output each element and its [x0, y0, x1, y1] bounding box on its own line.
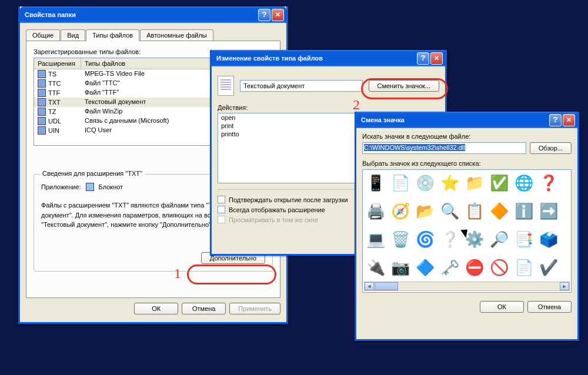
- window-title: Свойства папки: [25, 11, 257, 18]
- icon-item[interactable]: 🌐: [514, 173, 533, 192]
- scroll-right-button[interactable]: ►: [560, 282, 569, 290]
- icon-item[interactable]: 📑: [514, 230, 533, 249]
- search-in-file-label: Искать значки в следующем файле:: [362, 133, 572, 140]
- application-name: Блокнот: [99, 183, 123, 190]
- filetype-icon: [38, 89, 46, 97]
- tab-strip: Общие Вид Типы файлов Автономные файлы: [26, 29, 280, 41]
- checkbox-icon: [218, 216, 225, 223]
- browse-button[interactable]: Обзор...: [530, 142, 572, 154]
- icon-item[interactable]: 🗝️: [440, 258, 459, 277]
- details-legend: Сведения для расширения "TXT": [40, 170, 145, 177]
- filetype-icon: [38, 79, 46, 88]
- checkbox-label: Всегда отображать расширение: [229, 206, 325, 213]
- icon-item[interactable]: 📷: [391, 258, 410, 277]
- icon-item[interactable]: ➡️: [539, 202, 558, 220]
- icon-item[interactable]: 📁: [465, 173, 484, 192]
- checkbox-label: Просматривать в том же окне: [229, 216, 318, 223]
- ext-cell: TZ: [48, 108, 56, 115]
- window-title: Смена значка: [361, 116, 548, 123]
- horizontal-scrollbar[interactable]: ◄ ►: [364, 282, 570, 291]
- icon-item[interactable]: 📋: [465, 202, 484, 220]
- icon-item[interactable]: ⭐: [440, 173, 459, 192]
- cancel-button[interactable]: Отмена: [182, 303, 226, 314]
- tab-offline[interactable]: Автономные файлы: [140, 29, 213, 41]
- filetype-icon: [218, 76, 234, 96]
- col-ext[interactable]: Расширения: [34, 58, 81, 69]
- tab-view[interactable]: Вид: [61, 29, 85, 41]
- ext-cell: TS: [48, 71, 56, 78]
- icon-item[interactable]: 🔷: [416, 258, 435, 277]
- change-icon-button[interactable]: Сменить значок...: [369, 80, 440, 92]
- icon-item[interactable]: 🧭: [391, 202, 410, 220]
- type-name-input[interactable]: [240, 80, 363, 92]
- checkbox-icon: [218, 196, 225, 203]
- icon-item[interactable]: 🔍: [440, 202, 459, 220]
- scroll-thumb[interactable]: [375, 282, 398, 290]
- ext-cell: UIN: [48, 127, 59, 134]
- ext-cell: TTF: [48, 89, 60, 96]
- filetype-icon: [38, 108, 46, 116]
- icon-item[interactable]: 🗳️: [539, 230, 558, 249]
- icon-list[interactable]: 📱📄💿⭐📁✅🌐❓🖨️🧭📂🔍📋🔶ℹ️➡️💻🗑️🌀❔⚙️🔎📑🗳️🔌📷🔷🗝️⛔🚫📄✔️…: [362, 169, 572, 293]
- close-button[interactable]: ×: [430, 52, 443, 65]
- tab-general[interactable]: Общие: [26, 29, 60, 41]
- scroll-left-button[interactable]: ◄: [365, 282, 374, 290]
- tab-filetypes[interactable]: Типы файлов: [86, 29, 139, 41]
- scroll-track[interactable]: [399, 282, 560, 290]
- filetype-icon: [38, 126, 46, 135]
- icon-item[interactable]: ❔: [440, 230, 459, 249]
- filetype-icon: [38, 70, 46, 78]
- change-icon-window: Смена значка ? × Искать значки в следующ…: [355, 112, 579, 341]
- close-button[interactable]: ×: [563, 114, 575, 126]
- ok-button[interactable]: ОК: [134, 303, 178, 314]
- icon-item[interactable]: ℹ️: [514, 202, 533, 220]
- help-button[interactable]: ?: [258, 9, 270, 21]
- ext-cell: UDL: [48, 118, 61, 125]
- icon-path-value: C:\WINDOWS\system32\shell32.dll: [364, 144, 465, 151]
- icon-item[interactable]: 🗑️: [391, 230, 410, 249]
- apply-button: Применить: [229, 303, 280, 314]
- actions-label: Действия:: [218, 104, 439, 111]
- application-label: Приложение:: [41, 183, 81, 190]
- icon-item[interactable]: 🔶: [490, 202, 509, 220]
- titlebar[interactable]: Смена значка ? ×: [356, 112, 577, 128]
- help-button[interactable]: ?: [417, 52, 429, 65]
- ok-button[interactable]: ОК: [480, 301, 524, 313]
- icon-item[interactable]: 📄: [391, 173, 410, 192]
- icon-item[interactable]: ⛔: [465, 258, 484, 277]
- titlebar[interactable]: Свойства папки ? ×: [20, 6, 286, 23]
- filetype-icon: [38, 117, 46, 125]
- notepad-icon: [86, 183, 94, 191]
- icon-item[interactable]: 🚫: [490, 258, 509, 277]
- checkbox-label: Подтверждать открытие после загрузки: [229, 196, 348, 203]
- cancel-button[interactable]: Отмена: [527, 301, 572, 313]
- window-title: Изменение свойств типа файлов: [216, 55, 416, 62]
- icon-item[interactable]: 📂: [416, 202, 435, 220]
- close-button[interactable]: ×: [272, 9, 284, 21]
- icon-item[interactable]: 💿: [416, 173, 435, 192]
- icon-item[interactable]: 💻: [366, 230, 385, 249]
- icon-item[interactable]: ✔️: [539, 258, 558, 277]
- icon-item[interactable]: 🌀: [416, 230, 435, 249]
- icon-item[interactable]: 📄: [514, 258, 533, 277]
- checkbox-icon: [218, 206, 225, 213]
- help-button[interactable]: ?: [549, 114, 562, 126]
- ext-cell: TTC: [48, 80, 61, 87]
- choose-icon-label: Выбрать значок из следующего списка:: [362, 160, 572, 167]
- icon-item[interactable]: 🔌: [366, 258, 385, 277]
- filetype-icon: [38, 98, 46, 106]
- icon-item[interactable]: 📱: [366, 173, 385, 192]
- titlebar[interactable]: Изменение свойств типа файлов ? ×: [212, 50, 445, 66]
- icon-item[interactable]: ✅: [490, 173, 509, 192]
- icon-path-input[interactable]: C:\WINDOWS\system32\shell32.dll: [362, 142, 526, 154]
- icon-item[interactable]: 🔎: [490, 230, 509, 249]
- icon-item[interactable]: ❓: [539, 173, 558, 192]
- ext-cell: TXT: [48, 99, 61, 106]
- icon-item[interactable]: 🖨️: [366, 202, 385, 220]
